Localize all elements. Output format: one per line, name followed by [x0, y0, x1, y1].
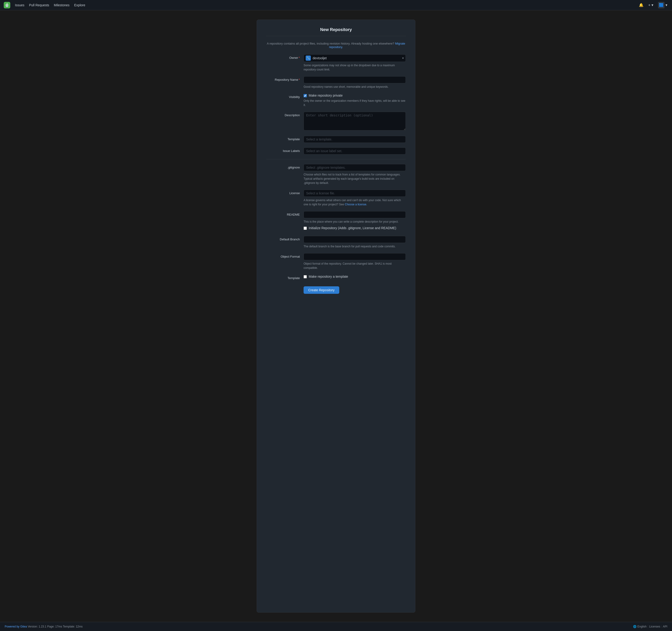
chevron-down-icon: ▾ — [402, 56, 404, 60]
owner-field: 🔧 devtooljet ▾ Some organizations may no… — [304, 54, 406, 72]
footer-left: Powered by Gitea Version: 1.23.1 Page: 1… — [5, 625, 82, 628]
repo-name-hint: Good repository names use short, memorab… — [304, 85, 406, 89]
licenses-link[interactable]: Licenses — [649, 625, 660, 628]
template2-label: Template — [266, 275, 304, 280]
repo-name-field: Good repository names use short, memorab… — [304, 76, 406, 89]
license-input[interactable] — [304, 190, 406, 197]
gitignore-input[interactable] — [304, 164, 406, 171]
create-repository-button[interactable]: Create Repository — [304, 286, 339, 294]
nav-issues[interactable]: Issues — [15, 3, 24, 7]
object-format-row: Object Format sha1 Object format of the … — [266, 253, 406, 270]
repo-name-input[interactable] — [304, 76, 406, 83]
owner-avatar: 🔧 — [306, 55, 311, 61]
gitignore-row: .gitignore Choose which files not to tra… — [266, 164, 406, 185]
object-format-field: sha1 Object format of the repository. Ca… — [304, 253, 406, 270]
notifications-button[interactable]: 🔔 — [638, 2, 645, 8]
visibility-row: Visibility Make repository private Only … — [266, 94, 406, 107]
footer-sep-1: | — [648, 625, 648, 628]
create-btn-field: Create Repository — [304, 285, 406, 294]
readme-field: Default This is the place where you can … — [304, 211, 406, 231]
repo-name-row: Repository Name* Good repository names u… — [266, 76, 406, 89]
default-branch-row: Default Branch main The default branch i… — [266, 236, 406, 248]
nav-milestones[interactable]: Milestones — [54, 3, 70, 7]
default-branch-label: Default Branch — [266, 236, 304, 241]
footer-page: Page: 17ms — [47, 625, 62, 628]
create-btn-spacer — [266, 285, 304, 286]
create-btn-row: Create Repository — [266, 285, 406, 294]
template2-checkbox-row: Make repository a template — [304, 275, 406, 278]
logo-icon: 🍵 — [5, 3, 9, 7]
choose-license-link[interactable]: Choose a license. — [345, 203, 367, 206]
visibility-field: Make repository private Only the owner o… — [304, 94, 406, 107]
issue-labels-row: Issue Labels — [266, 147, 406, 154]
license-row: License A license governs what others ca… — [266, 190, 406, 207]
new-button[interactable]: + ▾ — [647, 2, 654, 8]
description-label: Description — [266, 112, 304, 117]
readme-input[interactable]: Default — [304, 211, 406, 218]
license-hint: A license governs what others can and ca… — [304, 198, 406, 207]
navbar: 🍵 Issues Pull Requests Milestones Explor… — [0, 0, 672, 10]
info-text: A repository contains all project files,… — [266, 42, 406, 49]
gitignore-label: .gitignore — [266, 164, 304, 169]
language-link[interactable]: English — [638, 625, 647, 628]
init-repo-label: Initialize Repository (Adds .gitignore, … — [309, 226, 396, 230]
template-field — [304, 136, 406, 143]
init-repo-checkbox[interactable] — [304, 226, 307, 230]
visibility-checkbox-label: Make repository private — [309, 94, 343, 97]
navbar-right: 🔔 + ▾ 🟦 ▾ — [638, 1, 668, 9]
main-content: New Repository A repository contains all… — [0, 10, 672, 622]
readme-row: README Default This is the place where y… — [266, 211, 406, 231]
logo[interactable]: 🍵 — [4, 2, 10, 8]
license-label: License — [266, 190, 304, 195]
owner-select[interactable]: 🔧 devtooljet ▾ — [304, 54, 406, 62]
license-field: A license governs what others can and ca… — [304, 190, 406, 207]
default-branch-input[interactable]: main — [304, 236, 406, 243]
template2-checkbox[interactable] — [304, 275, 307, 278]
template2-row: Template Make repository a template — [266, 275, 406, 280]
default-branch-field: main The default branch is the base bran… — [304, 236, 406, 248]
object-format-label: Object Format — [266, 253, 304, 258]
user-avatar: 🟦 — [658, 2, 665, 8]
user-menu-button[interactable]: 🟦 ▾ — [657, 1, 668, 9]
issue-labels-field — [304, 147, 406, 154]
gitignore-field: Choose which files not to track from a l… — [304, 164, 406, 185]
template2-field: Make repository a template — [304, 275, 406, 280]
repo-name-label: Repository Name* — [266, 76, 304, 81]
object-format-input[interactable]: sha1 — [304, 253, 406, 260]
visibility-hint: Only the owner or the organization membe… — [304, 99, 406, 107]
footer: Powered by Gitea Version: 1.23.1 Page: 1… — [0, 622, 672, 631]
api-link[interactable]: API — [663, 625, 667, 628]
owner-label: Owner* — [266, 54, 304, 59]
description-row: Description — [266, 112, 406, 131]
chevron-down-icon: ▾ — [666, 3, 667, 7]
nav-pull-requests[interactable]: Pull Requests — [29, 3, 49, 7]
template2-checkbox-label: Make repository a template — [309, 275, 348, 278]
footer-version-text: Version: 1.23.1 — [28, 625, 46, 628]
owner-hint: Some organizations may not show up in th… — [304, 63, 406, 72]
readme-hint: This is the place where you can write a … — [304, 220, 406, 224]
template-input[interactable] — [304, 136, 406, 143]
visibility-label: Visibility — [266, 94, 304, 99]
visibility-checkbox[interactable] — [304, 94, 307, 97]
form-container: New Repository A repository contains all… — [257, 20, 415, 612]
gitignore-hint: Choose which files not to track from a l… — [304, 172, 406, 185]
footer-right: 🌐 English | Licenses | API — [633, 625, 667, 628]
issue-labels-label: Issue Labels — [266, 147, 304, 153]
description-input[interactable] — [304, 112, 406, 130]
visibility-checkbox-row: Make repository private — [304, 94, 406, 97]
nav-explore[interactable]: Explore — [74, 3, 85, 7]
init-repo-checkbox-row: Initialize Repository (Adds .gitignore, … — [304, 226, 406, 230]
form-title: New Repository — [266, 27, 406, 36]
description-field — [304, 112, 406, 131]
owner-row: Owner* 🔧 devtooljet ▾ Some organizations… — [266, 54, 406, 72]
default-branch-hint: The default branch is the base branch fo… — [304, 244, 406, 248]
footer-template-text: Template: 12ms — [63, 625, 82, 628]
template-label: Template — [266, 136, 304, 141]
issue-labels-input[interactable] — [304, 147, 406, 154]
template-row: Template — [266, 136, 406, 143]
owner-name: devtooljet — [313, 56, 402, 60]
object-format-hint: Object format of the repository. Cannot … — [304, 262, 406, 270]
footer-sep-2: | — [661, 625, 662, 628]
powered-by-link[interactable]: Powered by Gitea — [5, 625, 27, 628]
divider-1 — [266, 159, 406, 160]
